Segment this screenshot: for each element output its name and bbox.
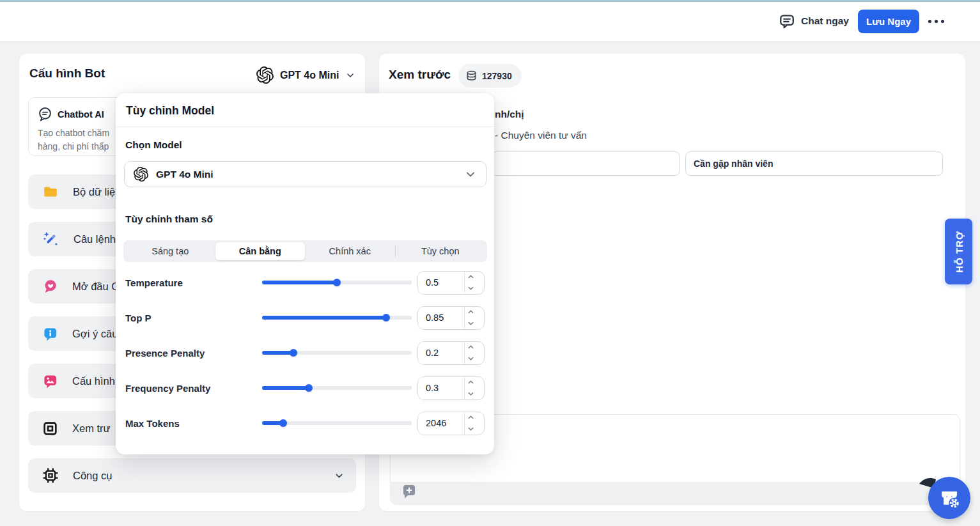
modal-title: Tùy chỉnh Model (126, 104, 214, 118)
preview-title: Xem trước (389, 68, 451, 82)
temperature-input[interactable] (418, 272, 464, 294)
chat-now-label: Chat ngay (801, 15, 849, 27)
spin-down-button[interactable] (465, 318, 477, 329)
slider-fill (262, 281, 337, 284)
preview-greeting-fragment: nh/chị (495, 109, 524, 120)
preset-tabs: Sáng tạo Cân bằng Chính xác Tùy chọn (123, 240, 487, 262)
token-count-value: 127930 (482, 71, 512, 81)
param-label: Max Tokens (125, 418, 180, 429)
spin-down-button[interactable] (465, 388, 477, 399)
image-chat-icon (42, 373, 58, 389)
top-p-input-box (417, 306, 485, 330)
tab-precise[interactable]: Chính xác (305, 242, 395, 260)
param-row-top-p: Top P (116, 306, 494, 330)
bot-config-title: Cấu hình Bot (29, 66, 105, 81)
model-customize-modal: Tùy chỉnh Model Chọn Model GPT 4o Mini T… (116, 93, 494, 454)
bot-type-title: Chatbot AI (58, 109, 104, 120)
param-label: Temperature (125, 277, 183, 288)
spin-down-button[interactable] (465, 423, 477, 435)
app-root: Chat ngay Lưu Ngay Cấu hình Bot GPT 4o M… (0, 0, 980, 526)
frequency-penalty-input-box (417, 376, 485, 400)
max-tokens-slider[interactable] (262, 416, 412, 430)
sidebar-item-label: Mở đầu C (72, 281, 119, 293)
param-row-max-tokens: Max Tokens (116, 411, 494, 435)
chatbot-bubble-icon (38, 107, 52, 121)
sidebar-item-label: Công cụ (73, 470, 112, 482)
model-select-dropdown[interactable]: GPT 4o Mini (124, 161, 486, 187)
sidebar-item-label: Bộ dữ liệ (73, 186, 115, 198)
openai-logo-icon (256, 66, 274, 84)
ellipsis-icon (928, 20, 931, 23)
support-tab[interactable]: HỖ TRỢ (945, 219, 972, 284)
param-row-frequency-penalty: Frequency Penalty (116, 376, 494, 400)
slider-handle[interactable] (305, 384, 313, 392)
coins-icon (465, 70, 478, 82)
tab-creative[interactable]: Sáng tạo (125, 242, 215, 260)
params-section-title: Tùy chỉnh tham số (125, 213, 213, 225)
add-bubble-icon[interactable] (402, 484, 416, 499)
storefront-gear-icon (937, 486, 961, 510)
slider-fill (262, 386, 309, 390)
support-tab-label: HỖ TRỢ (953, 231, 964, 272)
save-button[interactable]: Lưu Ngay (858, 10, 919, 33)
chat-widget-button[interactable] (928, 477, 970, 519)
heart-chat-icon (42, 279, 58, 295)
top-p-slider[interactable] (262, 311, 412, 325)
token-count-badge: 127930 (458, 64, 522, 88)
slider-fill (262, 351, 293, 355)
magic-wand-icon (42, 231, 59, 248)
slider-handle[interactable] (333, 279, 341, 286)
top-p-input[interactable] (418, 307, 464, 329)
tab-balanced[interactable]: Cân bằng (215, 242, 306, 260)
frequency-penalty-slider[interactable] (262, 381, 412, 395)
header-model-name: GPT 4o Mini (280, 70, 339, 81)
param-label: Frequency Penalty (125, 383, 210, 394)
chevron-down-icon (345, 70, 355, 81)
modal-divider (116, 127, 494, 127)
param-label: Presence Penalty (125, 348, 205, 359)
spin-up-button[interactable] (465, 377, 477, 389)
header-model-selector[interactable]: GPT 4o Mini (256, 66, 355, 84)
max-tokens-input[interactable] (418, 412, 464, 435)
chip-icon (42, 467, 59, 484)
spin-up-button[interactable] (465, 272, 477, 283)
chevron-down-icon (464, 168, 477, 181)
preview-subtitle-fragment: - Chuyên viên tư vấn (495, 130, 587, 141)
param-label: Top P (125, 313, 152, 323)
slider-fill (262, 316, 386, 320)
more-options-button[interactable] (928, 15, 950, 27)
slider-handle[interactable] (382, 314, 390, 321)
message-toolbar (391, 482, 960, 504)
spin-down-button[interactable] (465, 353, 477, 364)
tab-custom[interactable]: Tùy chọn (396, 242, 486, 260)
presence-penalty-slider[interactable] (262, 346, 412, 360)
presence-penalty-input[interactable] (418, 342, 464, 364)
openai-logo-icon (134, 167, 148, 182)
chevron-down-icon (334, 470, 345, 481)
info-chat-icon (42, 326, 58, 342)
presence-penalty-input-box (417, 341, 485, 365)
chat-bubble-icon (779, 13, 795, 29)
chat-now-button[interactable]: Chat ngay (779, 12, 849, 31)
selected-model-name: GPT 4o Mini (156, 169, 214, 180)
sidebar-item-label: Gợi ý câu (72, 328, 118, 340)
folder-icon (42, 183, 59, 200)
param-row-presence-penalty: Presence Penalty (116, 341, 494, 365)
spin-up-button[interactable] (465, 342, 477, 353)
slider-handle[interactable] (279, 419, 287, 427)
sidebar-item-label: Xem trư (72, 422, 111, 435)
quick-reply-input-2[interactable] (685, 151, 943, 176)
select-model-label: Chọn Model (125, 139, 182, 151)
frequency-penalty-input[interactable] (418, 377, 464, 399)
temperature-slider[interactable] (262, 275, 412, 290)
sidebar-item-tools[interactable]: Công cụ (28, 458, 356, 493)
spin-up-button[interactable] (465, 412, 477, 424)
param-row-temperature: Temperature (116, 270, 494, 295)
slider-handle[interactable] (290, 349, 297, 357)
spin-up-button[interactable] (465, 307, 477, 318)
temperature-input-box (417, 271, 485, 295)
max-tokens-input-box (417, 412, 485, 435)
spin-down-button[interactable] (465, 282, 477, 294)
frame-icon (42, 421, 58, 437)
sidebar-item-label: Câu lệnh (74, 233, 116, 245)
